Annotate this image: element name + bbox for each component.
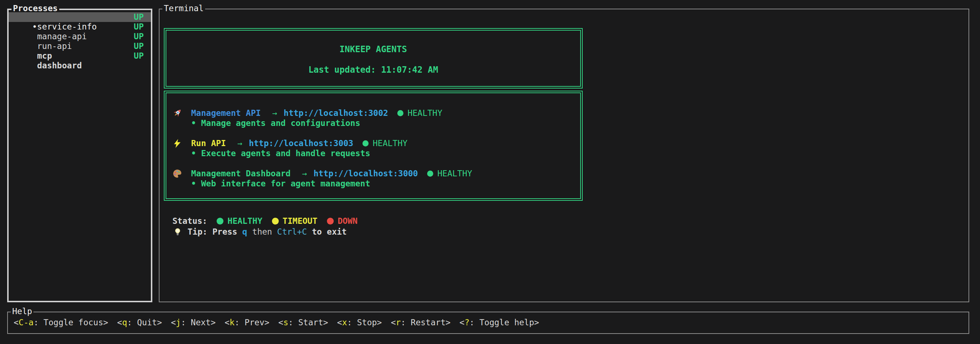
service-health-label: HEALTHY (372, 138, 407, 148)
open-bracket: < (337, 318, 342, 327)
service-description: • Web interface for agent management (172, 179, 580, 189)
app-title: INKEEP AGENTS (166, 44, 580, 54)
tip-key-ctrlc: Ctrl+C (277, 227, 307, 237)
services-box: Management API→http://localhost:3002HEAL… (164, 91, 583, 201)
service-line: Run API→http://localhost:3003HEALTHY (172, 138, 580, 148)
separator: : (469, 318, 480, 327)
help-shortcut: <C-a: Toggle focus> (14, 318, 108, 327)
tip-icon-slot (173, 227, 183, 237)
shortcut-label: Prev (245, 318, 264, 327)
status-name: DOWN (338, 216, 358, 226)
separator: : (181, 318, 191, 327)
header-box-inner: INKEEP AGENTS Last updated: 11:07:42 AM (165, 30, 581, 87)
close-bracket: > (534, 318, 539, 327)
service-description: • Manage agents and configurations (172, 118, 580, 128)
process-name: dashboard (37, 61, 82, 70)
separator: : (235, 318, 245, 327)
help-panel: Help <C-a: Toggle focus><q: Quit><j: Nex… (7, 312, 969, 334)
open-bracket: < (171, 318, 176, 327)
shortcut-key: q (122, 318, 127, 327)
rocket-icon-slot (172, 108, 183, 118)
arrow-icon: → (302, 168, 307, 179)
process-row[interactable]: manage-api UP (9, 22, 151, 32)
service-entry: Management API→http://localhost:3002HEAL… (172, 108, 580, 128)
process-status-badge: UP (134, 12, 144, 22)
status-legend-entry: DOWN (327, 216, 358, 226)
help-panel-title: Help (11, 307, 33, 316)
status-dot-icon (216, 218, 223, 224)
shortcut-key: C-a (19, 318, 34, 327)
open-bracket: < (117, 318, 122, 327)
service-entry: Run API→http://localhost:3003HEALTHY • E… (172, 138, 580, 158)
process-list: •service-info UP manage-api UP run-api U… (9, 10, 151, 61)
app-root: Processes •service-info UP manage-api UP… (0, 0, 980, 344)
open-bracket: < (224, 318, 229, 327)
arrow-icon: → (272, 108, 277, 118)
separator: : (401, 318, 411, 327)
close-bracket: > (377, 318, 382, 327)
tip-prefix: Tip: Press (188, 227, 237, 237)
process-status-badge: UP (134, 51, 144, 61)
health-dot-icon (397, 110, 403, 116)
selection-bullet-icon (32, 61, 37, 70)
separator: : (288, 318, 299, 327)
shortcut-label: Restart (410, 318, 445, 327)
close-bracket: > (264, 318, 269, 327)
help-shortcut: <j: Next> (171, 318, 216, 327)
process-status-badge: UP (134, 22, 144, 32)
help-shortcut-list: <C-a: Toggle focus><q: Quit><j: Next><k:… (8, 312, 969, 333)
status-name: TIMEOUT (283, 216, 318, 226)
palette-icon-slot (172, 169, 183, 179)
service-health-label: HEALTHY (407, 108, 442, 118)
shortcut-label: Stop (357, 318, 377, 327)
shortcut-key: x (342, 318, 347, 327)
tip-key-q: q (242, 227, 247, 237)
open-bracket: < (14, 318, 19, 327)
tip-suffix: to exit (312, 227, 347, 237)
close-bracket: > (445, 318, 450, 327)
process-status-badge: UP (134, 42, 144, 51)
shortcut-key: j (176, 318, 181, 327)
help-shortcut: <r: Restart> (391, 318, 450, 327)
services-list: Management API→http://localhost:3002HEAL… (165, 93, 581, 199)
tip-line: Tip: Press q then Ctrl+C to exit (172, 227, 358, 237)
status-legend-entry: HEALTHY (216, 216, 262, 226)
service-line: Management API→http://localhost:3002HEAL… (172, 108, 580, 118)
shortcut-label: Start (298, 318, 323, 327)
help-shortcut: <q: Quit> (117, 318, 162, 327)
status-area: Status: HEALTHY TIMEOUT DOWN Tip: Press … (172, 216, 358, 237)
arrow-icon: → (237, 138, 242, 148)
separator: : (347, 318, 357, 327)
service-url[interactable]: http://localhost:3002 (284, 108, 388, 118)
process-row[interactable]: dashboard UP (9, 51, 151, 61)
open-bracket: < (460, 318, 465, 327)
status-legend-entry: TIMEOUT (272, 216, 318, 226)
help-shortcut: <s: Start> (278, 318, 328, 327)
palette-icon (172, 169, 182, 179)
help-shortcut: <x: Stop> (337, 318, 382, 327)
terminal-panel[interactable]: Terminal INKEEP AGENTS Last updated: 11:… (159, 9, 969, 302)
process-row[interactable]: mcp UP (9, 42, 151, 51)
open-bracket: < (278, 318, 283, 327)
service-url[interactable]: http://localhost:3003 (249, 138, 353, 148)
status-label: Status: (172, 216, 207, 226)
service-name: Management Dashboard (191, 168, 291, 179)
close-bracket: > (157, 318, 162, 327)
help-shortcut: <k: Prev> (224, 318, 269, 327)
process-row[interactable]: run-api UP (9, 32, 151, 42)
process-row[interactable]: •service-info UP (9, 12, 151, 22)
shortcut-label: Quit (137, 318, 157, 327)
terminal-panel-title: Terminal (162, 3, 205, 13)
open-bracket: < (391, 318, 396, 327)
status-legend: Status: HEALTHY TIMEOUT DOWN (172, 216, 358, 226)
processes-panel[interactable]: Processes •service-info UP manage-api UP… (7, 9, 152, 302)
status-name: HEALTHY (228, 216, 262, 226)
close-bracket: > (210, 318, 216, 327)
health-dot-icon (427, 171, 433, 177)
shortcut-key: ? (465, 318, 469, 327)
close-bracket: > (323, 318, 328, 327)
last-updated: Last updated: 11:07:42 AM (166, 65, 580, 75)
service-url[interactable]: http://localhost:3000 (313, 168, 418, 179)
shortcut-label: Next (191, 318, 210, 327)
shortcut-key: s (283, 318, 288, 327)
